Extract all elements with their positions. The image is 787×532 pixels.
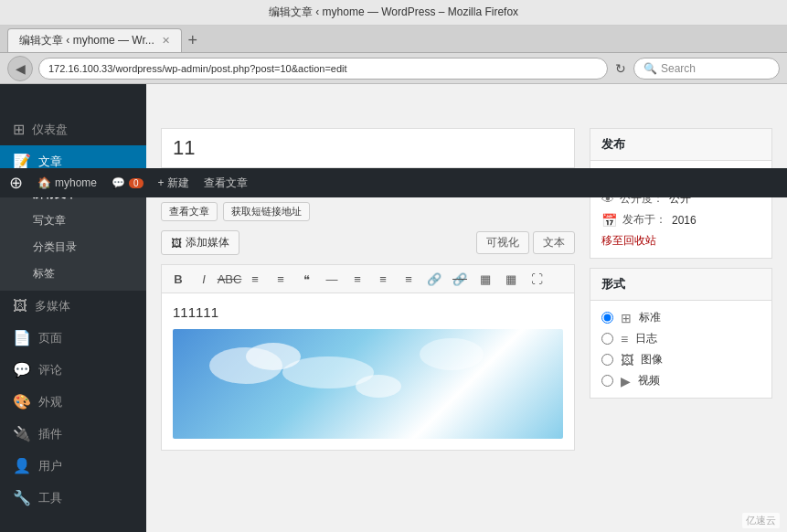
watermark-text: 亿速云 — [746, 515, 776, 526]
plugins-label: 插件 — [38, 426, 62, 442]
editor-body[interactable]: 111111 — [162, 293, 574, 450]
home-icon: 🏠 — [37, 176, 51, 189]
strikethrough-button[interactable]: ABC — [218, 269, 240, 289]
link-button[interactable]: 🔗 — [423, 269, 445, 289]
published-value: 2016 — [672, 214, 697, 227]
window-title: 编辑文章 ‹ myhome — WordPress – Mozilla Fire… — [269, 5, 518, 20]
users-icon: 👤 — [13, 457, 31, 474]
title-bar: 编辑文章 ‹ myhome — WordPress – Mozilla Fire… — [0, 0, 787, 26]
admin-bar-view[interactable]: 查看文章 — [204, 176, 248, 191]
format-option-video: ▶ 视频 — [601, 373, 760, 388]
format-radio-image[interactable] — [601, 354, 613, 366]
sidebar-item-write[interactable]: 写文章 — [0, 207, 146, 234]
hr-button[interactable]: — — [321, 269, 343, 289]
bold-button[interactable]: B — [167, 269, 189, 289]
published-row: 📅 发布于： 2016 — [601, 212, 760, 228]
search-placeholder: Search — [661, 62, 696, 75]
more-button[interactable]: ▦ — [500, 269, 522, 289]
align-right-button[interactable]: ≡ — [398, 269, 420, 289]
format-radio-standard[interactable] — [601, 312, 613, 324]
tab-label: 编辑文章 ‹ myhome — Wr... — [19, 33, 154, 48]
media-label: 多媒体 — [35, 298, 70, 314]
sidebar-item-comments[interactable]: 💬 评论 — [0, 354, 146, 386]
site-name: myhome — [55, 176, 97, 189]
sidebar: ⊞ 仪表盘 📝 文章 所有文章 写文章 分类目录 标签 🖼 多媒体 — [0, 84, 146, 532]
ol-button[interactable]: ≡ — [270, 269, 292, 289]
users-label: 用户 — [38, 458, 62, 474]
pages-label: 页面 — [38, 330, 62, 346]
published-label: 发布于： — [622, 212, 666, 228]
appearance-label: 外观 — [38, 394, 62, 410]
format-radio-video[interactable] — [601, 375, 613, 387]
add-media-button[interactable]: 🖼 添加媒体 — [161, 230, 239, 255]
post-title-input[interactable] — [161, 128, 575, 168]
comment-count: 0 — [129, 178, 144, 188]
sidebar-item-pages[interactable]: 📄 页面 — [0, 322, 146, 354]
move-to-trash-link[interactable]: 移至回收站 — [601, 234, 656, 247]
sidebar-item-users[interactable]: 👤 用户 — [0, 450, 146, 482]
plugins-icon: 🔌 — [13, 425, 31, 442]
view-post-button[interactable]: 查看文章 — [161, 202, 218, 221]
sidebar-item-tools[interactable]: 🔧 工具 — [0, 482, 146, 514]
fullscreen-button[interactable]: ⛶ — [526, 269, 548, 289]
table-button[interactable]: ▦ — [474, 269, 496, 289]
add-media-label: 添加媒体 — [186, 235, 229, 250]
admin-bar-new[interactable]: + 新建 — [158, 176, 189, 191]
italic-button[interactable]: I — [193, 269, 215, 289]
wp-logo-icon[interactable]: ⊕ — [9, 173, 23, 193]
appearance-icon: 🎨 — [13, 393, 31, 410]
sidebar-item-dashboard[interactable]: ⊞ 仪表盘 — [0, 113, 146, 145]
new-label: + 新建 — [158, 176, 189, 191]
tab-bar: 编辑文章 ‹ myhome — Wr... ✕ + — [0, 26, 787, 53]
admin-bar-comments[interactable]: 💬 0 — [112, 176, 144, 189]
comments-label: 评论 — [38, 362, 62, 378]
format-box-body: ⊞ 标准 ≡ 日志 🖼 图像 — [590, 301, 771, 398]
media-icon: 🖼 — [13, 298, 27, 314]
format-standard-icon: ⊞ — [621, 311, 632, 325]
format-radio-diary[interactable] — [601, 333, 613, 345]
dashboard-icon: ⊞ — [13, 121, 25, 138]
format-image-label: 图像 — [641, 352, 663, 367]
comment-icon: 💬 — [112, 176, 125, 189]
editor-content-text: 111111 — [173, 304, 563, 320]
sidebar-item-tags[interactable]: 标签 — [0, 261, 146, 287]
editor-image — [173, 329, 563, 439]
format-image-icon: 🖼 — [621, 353, 633, 367]
address-bar[interactable]: 172.16.100.33/wordpress/wp-admin/post.ph… — [38, 58, 608, 80]
browser-tab[interactable]: 编辑文章 ‹ myhome — Wr... ✕ — [7, 28, 182, 52]
sidebar-item-plugins[interactable]: 🔌 插件 — [0, 418, 146, 450]
admin-bar-site[interactable]: 🏠 myhome — [37, 176, 97, 189]
format-bar: B I ABC ≡ ≡ ❝ — ≡ ≡ ≡ 🔗 🔗 ▦ ▦ — [162, 265, 574, 293]
format-box-header: 形式 — [590, 269, 771, 301]
format-options: ⊞ 标准 ≡ 日志 🖼 图像 — [601, 310, 760, 388]
sidebar-item-appearance[interactable]: 🎨 外观 — [0, 386, 146, 418]
tools-icon: 🔧 — [13, 489, 31, 506]
text-view-button[interactable]: 文本 — [533, 231, 575, 254]
visual-view-button[interactable]: 可视化 — [476, 231, 529, 254]
ul-button[interactable]: ≡ — [244, 269, 266, 289]
format-video-icon: ▶ — [621, 374, 631, 388]
reload-button[interactable]: ↻ — [613, 59, 628, 78]
tools-label: 工具 — [38, 490, 62, 506]
posts-label: 文章 — [38, 154, 62, 170]
format-video-label: 视频 — [638, 373, 660, 388]
back-button[interactable]: ◀ — [7, 56, 33, 81]
tags-label: 标签 — [33, 267, 55, 280]
sidebar-item-media[interactable]: 🖼 多媒体 — [0, 291, 146, 322]
address-text: 172.16.100.33/wordpress/wp-admin/post.ph… — [48, 63, 347, 74]
align-left-button[interactable]: ≡ — [346, 269, 368, 289]
new-tab-button[interactable]: + — [182, 28, 204, 52]
sidebar-item-categories[interactable]: 分类目录 — [0, 234, 146, 261]
editor-box: B I ABC ≡ ≡ ❝ — ≡ ≡ ≡ 🔗 🔗 ▦ ▦ — [161, 264, 575, 451]
align-center-button[interactable]: ≡ — [372, 269, 394, 289]
search-box[interactable]: 🔍 Search — [633, 58, 780, 80]
view-post-label: 查看文章 — [204, 176, 248, 191]
blockquote-button[interactable]: ❝ — [295, 269, 317, 289]
watermark: 亿速云 — [742, 513, 780, 528]
comments-icon: 💬 — [13, 361, 31, 378]
format-option-diary: ≡ 日志 — [601, 331, 760, 346]
unlink-button[interactable]: 🔗 — [449, 269, 471, 289]
close-tab-icon[interactable]: ✕ — [162, 35, 170, 47]
get-shortlink-button[interactable]: 获取短链接地址 — [223, 202, 310, 221]
main-content: 固定链接： http://172.16.100.33/wordpress/ind… — [146, 84, 787, 532]
